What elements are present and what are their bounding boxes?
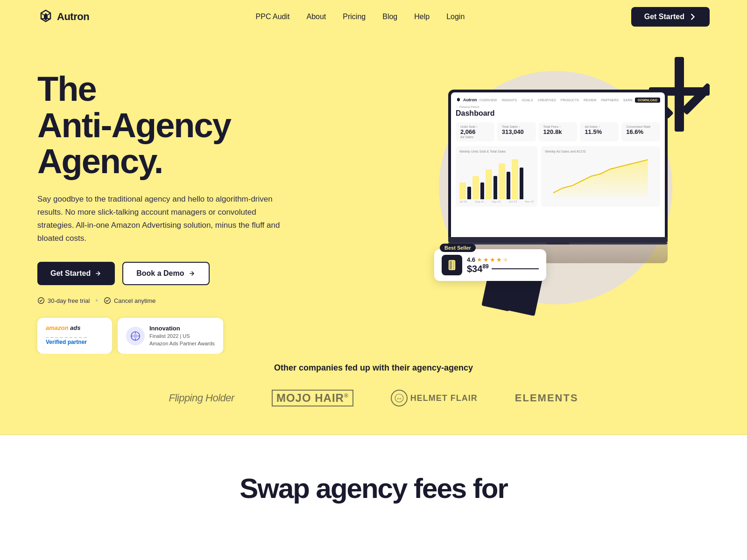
brand-logos-row: Flipping Holder MOJO HAIR® HELMET FLAIR … (37, 390, 710, 406)
nav-help[interactable]: Help (414, 13, 430, 21)
free-trial-badge: 30-day free trial (37, 297, 90, 304)
svg-rect-5 (675, 94, 684, 132)
star-4: ★ (496, 256, 502, 263)
brand-flipping-holder: Flipping Holder (169, 392, 234, 404)
svg-point-1 (105, 298, 111, 304)
amazon-ads-text: amazon ads (46, 324, 87, 331)
nav-login[interactable]: Login (446, 13, 465, 21)
cancel-anytime-badge: Cancel anytime (104, 297, 156, 304)
star-2: ★ (483, 256, 489, 263)
arrow-right-icon (188, 270, 196, 277)
brand-helmet-flair: HELMET FLAIR (391, 390, 478, 406)
hero-badges: 30-day free trial • Cancel anytime (37, 296, 289, 305)
star-5: ★ (503, 256, 508, 263)
arrow-right-icon (94, 270, 102, 277)
hero-heading: The Anti-Agency Agency. (37, 71, 289, 180)
amazon-partner-card: amazon ads _ _ _ _ _ _ _ _ _ Verified pa… (37, 318, 112, 354)
helmet-flair-icon (391, 390, 408, 406)
nav-blog[interactable]: Blog (382, 13, 397, 21)
best-seller-badge: Best Seller (440, 244, 476, 252)
check-circle-icon (104, 297, 111, 304)
hero-section: The Anti-Agency Agency. Say goodbye to t… (0, 34, 747, 354)
social-proof-title: Other companies fed up with their agency… (37, 363, 710, 373)
check-circle-icon (37, 297, 45, 304)
hero-get-started-button[interactable]: Get Started (37, 262, 115, 285)
product-price: $3489 (467, 263, 539, 274)
hero-book-demo-button[interactable]: Book a Demo (122, 262, 209, 285)
nav-get-started-button[interactable]: Get Started (631, 7, 710, 27)
hero-buttons: Get Started Book a Demo (37, 262, 289, 285)
best-seller-info: 4.6 ★ ★ ★ ★ ★ $3489 (467, 256, 539, 274)
brand-mojo-hair: MOJO HAIR® (272, 390, 353, 406)
innovation-finalist-card: Innovation Finalist 2022 | US Amazon Ads… (118, 318, 223, 354)
logo-icon (37, 8, 54, 25)
bottom-heading: Swap agency fees for (37, 472, 710, 504)
svg-rect-12 (453, 261, 455, 269)
svg-rect-11 (450, 261, 452, 269)
dash-logo-icon (456, 97, 461, 103)
bottom-section: Swap agency fees for (0, 435, 747, 532)
logo-text: Autron (57, 11, 89, 23)
hero-subtext: Say goodbye to the traditional agency an… (37, 193, 289, 245)
innovation-text: Innovation Finalist 2022 | US Amazon Ads… (149, 324, 215, 347)
svg-point-14 (398, 397, 400, 399)
trust-cards: amazon ads _ _ _ _ _ _ _ _ _ Verified pa… (37, 318, 289, 354)
laptop-mockup: Autron OVERVIEW INSIGHTS GOALS CREATIVES… (448, 90, 668, 263)
navbar: Autron PPC Audit About Pricing Blog Help… (0, 0, 747, 34)
social-proof-section: Other companies fed up with their agency… (0, 354, 747, 435)
logo[interactable]: Autron (37, 8, 89, 25)
star-1: ★ (477, 256, 482, 263)
nav-about[interactable]: About (306, 13, 326, 21)
product-image (442, 255, 462, 275)
star-3: ★ (490, 256, 495, 263)
nav-ppc-audit[interactable]: PPC Audit (256, 13, 290, 21)
product-rating: 4.6 ★ ★ ★ ★ ★ (467, 256, 539, 263)
hero-left-content: The Anti-Agency Agency. Say goodbye to t… (37, 62, 289, 354)
innovation-icon (126, 327, 145, 345)
line-chart-svg (545, 155, 656, 197)
nav-links: PPC Audit About Pricing Blog Help Login (256, 13, 465, 21)
hero-visual: Autron OVERVIEW INSIGHTS GOALS CREATIVES… (430, 52, 710, 332)
svg-point-3 (133, 334, 137, 338)
arrow-right-icon (688, 13, 697, 21)
nav-pricing[interactable]: Pricing (343, 13, 366, 21)
verified-partner-text: Verified partner (46, 339, 87, 345)
best-seller-card: Best Seller 4.6 ★ ★ ★ ★ ★ (434, 249, 546, 281)
svg-point-0 (38, 298, 44, 304)
brand-elements: ELEMENTS (515, 392, 578, 404)
